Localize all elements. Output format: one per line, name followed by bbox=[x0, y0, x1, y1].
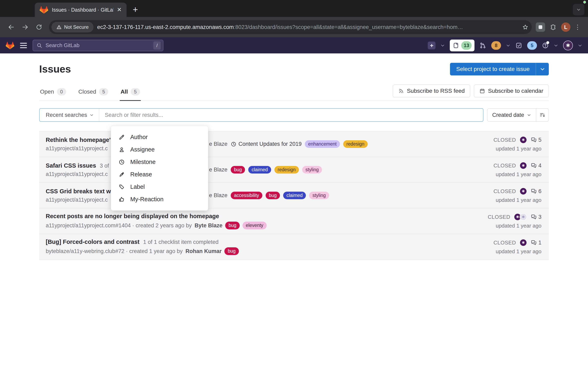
reload-icon bbox=[36, 24, 42, 30]
filter-search-input[interactable]: Search or filter results... bbox=[99, 112, 163, 118]
filter-option-my-reaction[interactable]: My-Reaction bbox=[111, 193, 208, 206]
issue-label[interactable]: redesign bbox=[274, 166, 299, 174]
issue-label[interactable]: accessibility bbox=[231, 192, 262, 200]
back-button[interactable] bbox=[5, 21, 17, 33]
gitlab-search-box[interactable]: / bbox=[33, 40, 163, 51]
assignee-avatars[interactable]: ✱ bbox=[520, 239, 527, 246]
new-tab-button[interactable]: + bbox=[133, 5, 138, 14]
issue-title[interactable]: CSS Grid breaks text wr bbox=[46, 188, 113, 195]
issue-title[interactable]: Recent posts are no longer being display… bbox=[46, 213, 219, 220]
tab-search-button[interactable] bbox=[573, 4, 584, 15]
create-issue-caret-button[interactable] bbox=[536, 63, 549, 75]
issue-tail: e Blazeaccessibilitybugclaimedstyling bbox=[209, 183, 329, 208]
recording-indicator-dot bbox=[583, 1, 586, 3]
comments-count[interactable]: 4 bbox=[531, 162, 541, 169]
todo-icon[interactable] bbox=[515, 42, 522, 49]
issue-title[interactable]: [Bug] Forced-colors and contrast bbox=[46, 239, 139, 245]
bookmark-star-icon[interactable] bbox=[522, 24, 528, 30]
subscribe-rss-button[interactable]: Subscribe to RSS feed bbox=[393, 85, 470, 97]
tab-open[interactable]: Open0 bbox=[39, 84, 67, 101]
extension-icon[interactable] bbox=[536, 22, 545, 32]
screen: Issues · Dashboard · GitLab ✕ + Not Secu… bbox=[0, 0, 588, 367]
issue-label[interactable]: redesign bbox=[343, 140, 368, 148]
issue-checklist-note: 1 of 1 checklist item completed bbox=[143, 239, 218, 245]
issue-meta: a11yproject/a11yproject.c bbox=[46, 197, 113, 203]
assignee-avatars[interactable]: ✱ bbox=[520, 162, 527, 169]
issue-assignee-avatar[interactable]: ✱ bbox=[520, 239, 527, 246]
comments-count[interactable]: 1 bbox=[531, 240, 541, 246]
issue-label[interactable]: bug bbox=[231, 166, 245, 174]
filter-option-assignee[interactable]: Assignee bbox=[111, 143, 208, 156]
assignee-avatars[interactable]: ✱✱ bbox=[514, 213, 527, 221]
issue-assignee-avatar[interactable]: ✱ bbox=[520, 213, 527, 221]
todos-count-badge[interactable]: 5 bbox=[527, 41, 537, 50]
extensions-puzzle-icon[interactable] bbox=[547, 21, 559, 33]
address-bar[interactable]: Not Secure ec2-3-137-176-117.us-east-2.c… bbox=[49, 20, 532, 34]
issue-label[interactable]: enhancement bbox=[305, 140, 340, 148]
assignee-avatars[interactable]: ✱ bbox=[520, 136, 527, 143]
browser-profile-avatar[interactable]: L bbox=[561, 22, 571, 32]
chevron-down-icon[interactable] bbox=[554, 43, 558, 48]
issues-count-badge: 13 bbox=[461, 41, 472, 50]
issue-label[interactable]: styling bbox=[309, 192, 329, 200]
browser-tab[interactable]: Issues · Dashboard · GitLab ✕ bbox=[35, 3, 127, 17]
comments-count[interactable]: 5 bbox=[531, 137, 541, 143]
issue-row[interactable]: [Bug] Forced-colors and contrast 1 of 1 … bbox=[39, 234, 549, 260]
create-issue-button[interactable]: Select project to create issue bbox=[450, 63, 536, 75]
filter-option-label[interactable]: Label bbox=[111, 181, 208, 193]
filter-option-release[interactable]: Release bbox=[111, 168, 208, 181]
chevron-down-icon[interactable] bbox=[578, 43, 582, 48]
browser-menu-icon[interactable]: ⋮ bbox=[572, 24, 583, 30]
issue-author[interactable]: Rohan Kumar bbox=[185, 248, 222, 254]
issue-assignee-avatar[interactable]: ✱ bbox=[520, 136, 527, 143]
subscribe-calendar-button[interactable]: Subscribe to calendar bbox=[474, 85, 549, 97]
issue-title[interactable]: Safari CSS issues bbox=[46, 162, 96, 169]
sort-direction-button[interactable] bbox=[536, 109, 549, 121]
tab-count-badge: 5 bbox=[99, 88, 108, 95]
hamburger-menu-icon[interactable] bbox=[20, 43, 27, 48]
issue-filter-bar[interactable]: Recent searches Search or filter results… bbox=[39, 108, 484, 122]
issue-row[interactable]: Recent posts are no longer being display… bbox=[39, 208, 549, 234]
assignee-avatars[interactable]: ✱ bbox=[520, 188, 527, 195]
issue-label[interactable]: claimed bbox=[283, 192, 306, 200]
issue-label[interactable]: eleventy bbox=[242, 222, 267, 229]
tab-all[interactable]: All5 bbox=[120, 84, 141, 101]
issue-label[interactable]: claimed bbox=[248, 166, 271, 174]
sort-field-dropdown[interactable]: Created date bbox=[487, 109, 536, 121]
merge-requests-count-badge[interactable]: 8 bbox=[491, 41, 501, 50]
issue-label[interactable]: bug bbox=[224, 247, 239, 255]
forward-button[interactable] bbox=[19, 21, 31, 33]
tab-closed[interactable]: Closed5 bbox=[78, 84, 109, 101]
site-security-chip[interactable]: Not Secure bbox=[52, 22, 94, 33]
issue-assignee-avatar[interactable]: ✱ bbox=[520, 162, 527, 169]
comments-count[interactable]: 6 bbox=[531, 188, 541, 194]
issues-counter[interactable]: 13 bbox=[450, 40, 475, 51]
new-menu-button[interactable]: + bbox=[428, 42, 435, 49]
comments-icon bbox=[531, 240, 537, 246]
comments-count[interactable]: 3 bbox=[531, 214, 541, 220]
issue-label[interactable]: styling bbox=[302, 166, 322, 174]
issue-label[interactable]: bug bbox=[225, 222, 240, 229]
recent-searches-dropdown[interactable]: Recent searches bbox=[40, 109, 99, 121]
gitlab-search-input[interactable] bbox=[45, 42, 150, 49]
chevron-down-icon[interactable] bbox=[440, 43, 445, 48]
milestone[interactable]: Content Updates for 2019 bbox=[231, 141, 302, 147]
reload-button[interactable] bbox=[33, 21, 45, 33]
filter-option-milestone[interactable]: Milestone bbox=[111, 156, 208, 168]
gitlab-logo[interactable] bbox=[6, 42, 14, 50]
user-avatar[interactable]: ✱ bbox=[563, 41, 573, 50]
issue-title[interactable]: Rethink the homepage's bbox=[46, 137, 114, 143]
filter-option-author[interactable]: Author bbox=[111, 131, 208, 143]
filter-token-dropdown: AuthorAssigneeMilestoneReleaseLabelMy-Re… bbox=[111, 126, 208, 211]
merge-request-icon[interactable] bbox=[479, 42, 486, 49]
issue-author[interactable]: Byte Blaze bbox=[195, 222, 223, 229]
issue-meta: a11yproject/a11yproject.c bbox=[46, 171, 109, 177]
issue-assignee-avatar[interactable]: ✱ bbox=[520, 188, 527, 195]
help-button[interactable] bbox=[542, 42, 549, 49]
issue-label[interactable]: bug bbox=[266, 192, 280, 200]
tab-close-icon[interactable]: ✕ bbox=[117, 7, 122, 13]
create-issue-split-button[interactable]: Select project to create issue bbox=[450, 63, 549, 75]
star-icon bbox=[522, 24, 528, 30]
warning-icon bbox=[56, 25, 62, 30]
chevron-down-icon[interactable] bbox=[506, 43, 510, 48]
